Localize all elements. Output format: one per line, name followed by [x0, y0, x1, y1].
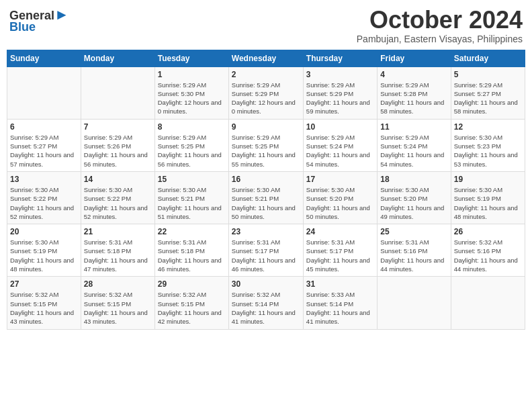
column-header-monday: Monday: [81, 50, 154, 66]
calendar-cell: 3Sunrise: 5:29 AMSunset: 5:29 PMDaylight…: [303, 66, 377, 119]
calendar-header: SundayMondayTuesdayWednesdayThursdayFrid…: [7, 50, 525, 66]
day-number: 23: [232, 227, 300, 236]
calendar-cell: 10Sunrise: 5:29 AMSunset: 5:24 PMDayligh…: [303, 119, 377, 171]
calendar-cell: 18Sunrise: 5:30 AMSunset: 5:20 PMDayligh…: [378, 171, 451, 224]
day-info: Sunrise: 5:29 AMSunset: 5:26 PMDaylight:…: [84, 133, 152, 169]
day-number: 17: [306, 175, 374, 184]
day-info: Sunrise: 5:29 AMSunset: 5:27 PMDaylight:…: [10, 133, 78, 169]
day-info: Sunrise: 5:31 AMSunset: 5:18 PMDaylight:…: [158, 238, 226, 273]
calendar-cell: 21Sunrise: 5:31 AMSunset: 5:18 PMDayligh…: [81, 224, 154, 277]
calendar-cell: 31Sunrise: 5:33 AMSunset: 5:14 PMDayligh…: [303, 277, 377, 329]
day-info: Sunrise: 5:31 AMSunset: 5:16 PMDaylight:…: [380, 238, 447, 273]
month-title: October 2024: [357, 7, 523, 34]
day-number: 6: [10, 122, 78, 132]
calendar-cell: 4Sunrise: 5:29 AMSunset: 5:28 PMDaylight…: [378, 66, 451, 119]
calendar-cell: 30Sunrise: 5:32 AMSunset: 5:14 PMDayligh…: [228, 277, 303, 329]
calendar-cell: [81, 66, 154, 119]
day-info: Sunrise: 5:29 AMSunset: 5:25 PMDaylight:…: [158, 133, 226, 169]
day-info: Sunrise: 5:30 AMSunset: 5:21 PMDaylight:…: [158, 185, 226, 221]
day-info: Sunrise: 5:30 AMSunset: 5:19 PMDaylight:…: [10, 238, 78, 273]
column-header-sunday: Sunday: [7, 50, 81, 66]
calendar-cell: 22Sunrise: 5:31 AMSunset: 5:18 PMDayligh…: [154, 224, 228, 277]
calendar-cell: 5Sunrise: 5:29 AMSunset: 5:27 PMDaylight…: [451, 66, 525, 119]
calendar-cell: 19Sunrise: 5:30 AMSunset: 5:19 PMDayligh…: [451, 171, 525, 224]
location-subtitle: Pambujan, Eastern Visayas, Philippines: [357, 34, 523, 44]
day-number: 13: [10, 175, 78, 184]
day-info: Sunrise: 5:32 AMSunset: 5:15 PMDaylight:…: [10, 290, 78, 326]
day-number: 5: [454, 70, 522, 79]
calendar-table: SundayMondayTuesdayWednesdayThursdayFrid…: [7, 50, 525, 330]
day-info: Sunrise: 5:30 AMSunset: 5:20 PMDaylight:…: [306, 185, 374, 221]
day-number: 30: [232, 279, 300, 289]
column-header-thursday: Thursday: [303, 50, 377, 66]
column-header-saturday: Saturday: [451, 50, 525, 66]
calendar-week-4: 20Sunrise: 5:30 AMSunset: 5:19 PMDayligh…: [7, 224, 525, 277]
calendar-week-3: 13Sunrise: 5:30 AMSunset: 5:22 PMDayligh…: [7, 171, 525, 224]
day-number: 29: [158, 279, 226, 289]
day-number: 3: [306, 70, 374, 79]
page-header: General► Blue October 2024 Pambujan, Eas…: [7, 7, 525, 44]
calendar-cell: 15Sunrise: 5:30 AMSunset: 5:21 PMDayligh…: [154, 171, 228, 224]
calendar-cell: 7Sunrise: 5:29 AMSunset: 5:26 PMDaylight…: [81, 119, 154, 171]
day-info: Sunrise: 5:31 AMSunset: 5:18 PMDaylight:…: [84, 238, 152, 273]
title-block: October 2024 Pambujan, Eastern Visayas, …: [357, 7, 523, 44]
day-info: Sunrise: 5:29 AMSunset: 5:29 PMDaylight:…: [232, 81, 300, 116]
calendar-cell: 17Sunrise: 5:30 AMSunset: 5:20 PMDayligh…: [303, 171, 377, 224]
calendar-cell: 20Sunrise: 5:30 AMSunset: 5:19 PMDayligh…: [7, 224, 81, 277]
calendar-cell: 12Sunrise: 5:30 AMSunset: 5:23 PMDayligh…: [451, 119, 525, 171]
day-number: 25: [380, 227, 447, 236]
day-info: Sunrise: 5:31 AMSunset: 5:17 PMDaylight:…: [232, 238, 300, 273]
calendar-cell: 8Sunrise: 5:29 AMSunset: 5:25 PMDaylight…: [154, 119, 228, 171]
column-header-wednesday: Wednesday: [228, 50, 303, 66]
calendar-cell: 13Sunrise: 5:30 AMSunset: 5:22 PMDayligh…: [7, 171, 81, 224]
day-number: 31: [306, 279, 374, 289]
day-info: Sunrise: 5:30 AMSunset: 5:19 PMDaylight:…: [454, 185, 522, 221]
day-number: 14: [84, 175, 152, 184]
day-info: Sunrise: 5:29 AMSunset: 5:30 PMDaylight:…: [158, 81, 226, 116]
day-number: 1: [158, 70, 226, 79]
day-info: Sunrise: 5:29 AMSunset: 5:28 PMDaylight:…: [380, 81, 447, 116]
calendar-cell: 25Sunrise: 5:31 AMSunset: 5:16 PMDayligh…: [378, 224, 451, 277]
day-info: Sunrise: 5:29 AMSunset: 5:27 PMDaylight:…: [454, 81, 522, 116]
day-number: 15: [158, 175, 226, 184]
calendar-cell: [451, 277, 525, 329]
calendar-week-5: 27Sunrise: 5:32 AMSunset: 5:15 PMDayligh…: [7, 277, 525, 329]
day-info: Sunrise: 5:32 AMSunset: 5:15 PMDaylight:…: [158, 290, 226, 326]
day-number: 11: [380, 122, 447, 132]
day-number: 22: [158, 227, 226, 236]
calendar-cell: [7, 66, 81, 119]
calendar-cell: 1Sunrise: 5:29 AMSunset: 5:30 PMDaylight…: [154, 66, 228, 119]
day-number: 21: [84, 227, 152, 236]
calendar-week-1: 1Sunrise: 5:29 AMSunset: 5:30 PMDaylight…: [7, 66, 525, 119]
day-info: Sunrise: 5:32 AMSunset: 5:15 PMDaylight:…: [84, 290, 152, 326]
day-number: 27: [10, 279, 78, 289]
day-number: 20: [10, 227, 78, 236]
calendar-cell: 26Sunrise: 5:32 AMSunset: 5:16 PMDayligh…: [451, 224, 525, 277]
calendar-cell: 16Sunrise: 5:30 AMSunset: 5:21 PMDayligh…: [228, 171, 303, 224]
day-number: 7: [84, 122, 152, 132]
calendar-cell: 14Sunrise: 5:30 AMSunset: 5:22 PMDayligh…: [81, 171, 154, 224]
column-header-tuesday: Tuesday: [154, 50, 228, 66]
day-number: 10: [306, 122, 374, 132]
calendar-cell: 6Sunrise: 5:29 AMSunset: 5:27 PMDaylight…: [7, 119, 81, 171]
day-number: 9: [232, 122, 300, 132]
calendar-cell: 2Sunrise: 5:29 AMSunset: 5:29 PMDaylight…: [228, 66, 303, 119]
day-info: Sunrise: 5:30 AMSunset: 5:21 PMDaylight:…: [232, 185, 300, 221]
day-number: 26: [454, 227, 522, 236]
calendar-cell: 29Sunrise: 5:32 AMSunset: 5:15 PMDayligh…: [154, 277, 228, 329]
logo-text-blue: Blue: [9, 20, 36, 34]
day-info: Sunrise: 5:29 AMSunset: 5:29 PMDaylight:…: [306, 81, 374, 116]
calendar-cell: 11Sunrise: 5:29 AMSunset: 5:24 PMDayligh…: [378, 119, 451, 171]
day-info: Sunrise: 5:31 AMSunset: 5:17 PMDaylight:…: [306, 238, 374, 273]
day-info: Sunrise: 5:29 AMSunset: 5:24 PMDaylight:…: [306, 133, 374, 169]
day-info: Sunrise: 5:30 AMSunset: 5:22 PMDaylight:…: [10, 185, 78, 221]
day-info: Sunrise: 5:30 AMSunset: 5:23 PMDaylight:…: [454, 133, 522, 169]
day-info: Sunrise: 5:29 AMSunset: 5:25 PMDaylight:…: [232, 133, 300, 169]
day-number: 24: [306, 227, 374, 236]
day-number: 2: [232, 70, 300, 79]
calendar-week-2: 6Sunrise: 5:29 AMSunset: 5:27 PMDaylight…: [7, 119, 525, 171]
day-info: Sunrise: 5:33 AMSunset: 5:14 PMDaylight:…: [306, 290, 374, 326]
logo: General► Blue: [9, 7, 69, 34]
calendar-cell: 23Sunrise: 5:31 AMSunset: 5:17 PMDayligh…: [228, 224, 303, 277]
column-header-friday: Friday: [378, 50, 451, 66]
